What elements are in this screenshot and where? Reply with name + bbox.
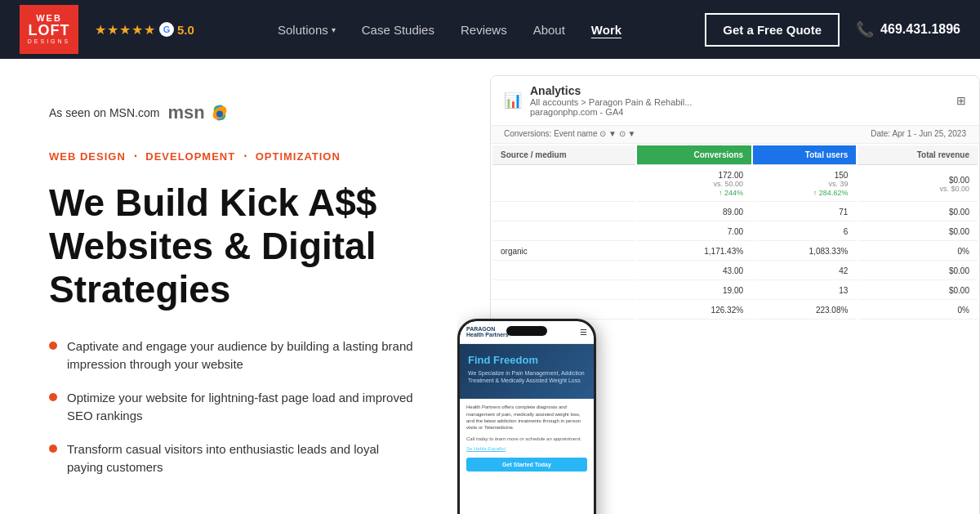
list-item: Captivate and engage your audience by bu… [49,337,416,374]
logo-top: WEB [36,14,62,23]
msn-peacock-icon [207,100,233,126]
cell-conv: 7.00 [637,223,751,241]
cell-users: 42 [753,262,856,280]
analytics-date-range: Conversions: Event name ⊙ ▼ ⊙ ▼ Date: Ap… [491,126,979,144]
analytics-breadcrumb: All accounts > Paragon Pain & Rehabil... [530,97,692,107]
analytics-header: 📊 Analytics All accounts > Paragon Pain … [491,76,979,126]
tag-development: DEVELOPMENT [145,150,235,163]
cell-users: 6 [753,223,856,241]
bullet-dot-3 [49,445,57,453]
cell-rev: $0.00 [858,262,978,280]
nav-work[interactable]: Work [580,16,633,43]
cell-users: 13 [753,282,856,300]
cell-users: 150vs. 39↑ 284.62% [753,167,856,202]
cell-conv: 89.00 [637,203,751,221]
logo-mid: LOFT [29,23,70,38]
cell-users: 71 [753,203,856,221]
nav-about[interactable]: About [522,16,577,43]
cell-users: 1,083.33% [753,243,856,261]
navbar: WEB LOFT DESIGNS ★★★★★ G 5.0 Solutions ▾… [0,0,980,59]
cell-rev: $0.00 [858,282,978,300]
phone-content-text: Health Partners offers complete diagnosi… [466,404,587,431]
hero-section: As seen on MSN.com msn WEB DESIGN · DEVE… [0,59,980,514]
cell-rev: $0.00 [858,203,978,221]
msn-wordmark: msn [167,102,204,123]
stars: ★★★★★ [95,22,156,38]
cell-rev: 0% [858,302,978,320]
phone-link: Se Habla Español [466,446,587,451]
analytics-table: Source / medium Conversions Total users … [491,144,979,321]
col-users: Total users [753,145,856,165]
hero-headline: We Build Kick A$$ Websites & Digital Str… [49,181,416,311]
cell-rev: $0.00 [858,223,978,241]
bullet-list: Captivate and engage your audience by bu… [49,337,416,492]
cell-conv: 19.00 [637,282,751,300]
msn-badge: As seen on MSN.com msn [49,100,416,126]
bullet-dot-2 [49,393,57,401]
cell-source [492,262,635,280]
cell-source [492,282,635,300]
phone-icon: 📞 [856,20,874,38]
nav-case-studies[interactable]: Case Studies [350,16,446,43]
cell-rev: 0% [858,243,978,261]
phone-hero-title: Find Freedom [468,354,586,366]
analytics-title: Analytics [530,84,692,97]
navbar-right: Get a Free Quote 📞 469.431.1896 [705,13,960,47]
table-row: 19.00 13 $0.00 [492,282,978,300]
phone-cta-btn[interactable]: Get Started Today [466,458,587,472]
phone-notch [506,326,547,336]
col-conversions: Conversions [637,145,751,165]
phone-italic-text: Call today to learn more or schedule an … [466,436,587,441]
phone-area: 📞 469.431.1896 [856,20,960,38]
table-row: organic 1,171.43% 1,083.33% 0% [492,243,978,261]
cell-conv: 126.32% [637,302,751,320]
cell-source [492,167,635,202]
phone-hero-section: Find Freedom We Specialize in Pain Manag… [460,344,594,399]
phone-mockup: PARAGON Health Partners ☰ Find Freedom W… [457,319,596,514]
logo[interactable]: WEB LOFT DESIGNS [20,5,78,54]
chevron-down-icon: ▾ [332,25,336,34]
bullet-dot-1 [49,342,57,350]
date-range-text: Conversions: Event name ⊙ ▼ ⊙ ▼ [504,129,635,138]
phone-logo-line2: Health Partners [466,332,509,338]
cell-source [492,302,635,320]
tagline: WEB DESIGN · DEVELOPMENT · OPTIMIZATION [49,149,416,163]
bullet-text-1: Captivate and engage your audience by bu… [67,337,416,374]
table-row: 43.00 42 $0.00 [492,262,978,280]
hero-left: As seen on MSN.com msn WEB DESIGN · DEVE… [0,59,457,514]
nav-solutions[interactable]: Solutions ▾ [266,16,347,43]
cell-source [492,203,635,221]
hamburger-icon: ☰ [580,328,587,337]
hero-right: 📊 Analytics All accounts > Paragon Pain … [457,59,980,514]
analytics-bar-icon: 📊 [504,92,522,110]
rating-score: 5.0 [177,23,194,37]
analytics-subtitle: paragonphp.com - GA4 [530,107,692,117]
get-quote-button[interactable]: Get a Free Quote [705,13,840,47]
cell-conv: 172.00vs. 50.00↑ 244% [637,167,751,202]
dot-1: · [134,149,137,163]
cell-users: 223.08% [753,302,856,320]
phone-number: 469.431.1896 [880,22,960,37]
table-row: 89.00 71 $0.00 [492,203,978,221]
bullet-text-3: Transform casual visitors into enthusias… [67,440,416,477]
svg-point-3 [216,111,223,118]
cell-rev: $0.00vs. $0.00 [858,167,978,202]
grid-icon: ⊞ [956,94,966,107]
table-row: 126.32% 223.08% 0% [492,302,978,320]
list-item: Optimize your website for lightning-fast… [49,389,416,426]
phone-hero-sub: We Specialize in Pain Management, Addict… [468,369,586,384]
col-revenue: Total revenue [858,145,978,165]
list-item: Transform casual visitors into enthusias… [49,440,416,477]
phone-logo: PARAGON Health Partners [466,326,509,338]
nav-reviews[interactable]: Reviews [449,16,519,43]
msn-text: As seen on MSN.com [49,106,159,119]
cell-conv: 1,171.43% [637,243,751,261]
date-text: Date: Apr 1 - Jun 25, 2023 [871,129,966,138]
cell-source [492,223,635,241]
navbar-left: WEB LOFT DESIGNS ★★★★★ G 5.0 [20,5,194,54]
phone-screen: PARAGON Health Partners ☰ Find Freedom W… [460,321,594,514]
table-row: 7.00 6 $0.00 [492,223,978,241]
phone-logo-line1: PARAGON [466,326,509,333]
msn-logo: msn [167,100,232,126]
google-g-icon: G [159,22,174,37]
